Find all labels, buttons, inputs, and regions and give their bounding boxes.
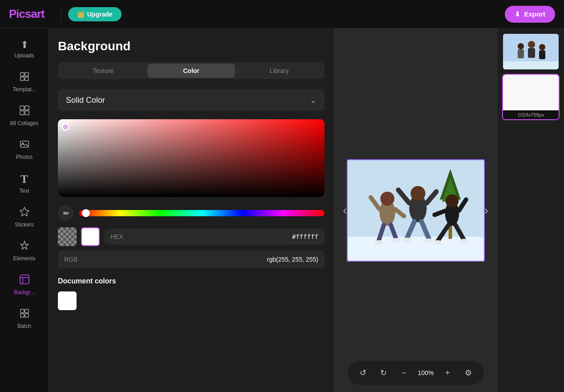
sidebar-item-elements[interactable]: Elements xyxy=(4,235,45,267)
logo: Picsart xyxy=(9,7,45,21)
download-icon: ⬇ xyxy=(515,10,520,18)
color-picker-cursor xyxy=(61,123,69,131)
templates-icon xyxy=(19,71,30,85)
svg-point-34 xyxy=(402,237,412,242)
svg-point-48 xyxy=(528,41,535,48)
redo-button[interactable]: ↻ xyxy=(375,364,392,381)
elements-icon xyxy=(19,240,30,254)
canvas-illustration xyxy=(348,160,484,261)
hex-value: #ffffff xyxy=(292,233,318,240)
tab-color[interactable]: Color xyxy=(147,64,235,78)
svg-rect-1 xyxy=(25,73,28,76)
thumbnail-card-1[interactable] xyxy=(502,33,560,70)
svg-point-43 xyxy=(460,238,468,243)
crown-icon: 👑 xyxy=(77,11,85,18)
settings-button[interactable]: ⚙ xyxy=(460,364,477,381)
svg-point-46 xyxy=(518,43,524,49)
uploads-icon: ⬆ xyxy=(20,39,28,51)
export-button[interactable]: ⬇ Export xyxy=(505,6,555,23)
panel-title: Background xyxy=(58,39,325,53)
header-divider xyxy=(61,6,61,22)
svg-point-29 xyxy=(410,186,425,200)
svg-rect-3 xyxy=(25,77,28,81)
svg-rect-7 xyxy=(25,111,29,115)
hex-label: HEX xyxy=(110,233,123,240)
svg-rect-4 xyxy=(20,106,24,110)
svg-rect-47 xyxy=(518,49,524,58)
upgrade-button[interactable]: 👑 Upgrade xyxy=(68,7,122,21)
sidebar-item-label: Photos xyxy=(16,154,32,160)
sidebar-item-collages[interactable]: 88 Collages xyxy=(4,100,45,132)
svg-point-42 xyxy=(434,240,442,244)
thumbnail-card-2[interactable]: 1024x768px xyxy=(502,74,560,120)
white-swatch[interactable] xyxy=(81,227,100,246)
sidebar-item-label: Elements xyxy=(13,255,35,262)
sidebar-item-label: Uploads xyxy=(14,53,34,59)
text-icon: T xyxy=(20,173,28,186)
batch-icon xyxy=(19,308,30,321)
sidebar-item-label: Templat... xyxy=(12,86,36,93)
sidebar-item-stickers[interactable]: Stickers xyxy=(4,201,45,233)
thumbnail-image-1 xyxy=(503,34,560,69)
sidebar-item-uploads[interactable]: ⬆ Uploads xyxy=(4,34,45,64)
canvas-nav-right[interactable]: › xyxy=(480,199,493,222)
eyedropper-icon: ✏ xyxy=(63,209,69,218)
stickers-icon xyxy=(19,206,30,220)
svg-rect-45 xyxy=(503,61,560,69)
right-panel: 1024x768px xyxy=(497,28,564,392)
upgrade-label: Upgrade xyxy=(87,11,113,18)
canvas-area: ‹ xyxy=(334,28,497,392)
svg-rect-49 xyxy=(528,48,535,58)
svg-point-50 xyxy=(539,44,545,50)
hue-slider-thumb xyxy=(82,209,90,217)
solid-color-dropdown[interactable]: Solid Color ⌄ xyxy=(58,89,325,111)
chevron-down-icon: ⌄ xyxy=(310,95,316,105)
canvas-nav-left[interactable]: ‹ xyxy=(338,199,351,222)
rgb-input-row[interactable]: RGB rgb(255, 255, 255) xyxy=(58,251,325,268)
rgb-value: rgb(255, 255, 255) xyxy=(267,256,318,263)
hue-slider-track[interactable] xyxy=(79,210,325,216)
sidebar-item-templates[interactable]: Templat... xyxy=(4,66,45,98)
svg-rect-12 xyxy=(25,309,28,313)
canvas-image-container xyxy=(347,159,485,262)
svg-point-26 xyxy=(374,240,383,244)
sidebar: ⬆ Uploads Templat... xyxy=(0,28,49,392)
zoom-level-display: 100% xyxy=(416,369,436,376)
eyedropper-button[interactable]: ✏ xyxy=(58,205,74,221)
sidebar-item-photos[interactable]: Photos xyxy=(4,133,45,166)
sidebar-item-text[interactable]: T Text xyxy=(4,167,45,199)
collages-icon xyxy=(19,105,30,118)
rgb-label: RGB xyxy=(64,256,77,263)
tab-texture[interactable]: Texture xyxy=(59,64,147,78)
svg-rect-0 xyxy=(20,73,24,76)
main-content: ⬆ Uploads Templat... xyxy=(0,28,564,392)
document-color-swatch[interactable] xyxy=(58,291,77,310)
color-picker-gradient[interactable] xyxy=(58,119,325,197)
backgrounds-icon xyxy=(19,274,30,287)
undo-button[interactable]: ↺ xyxy=(355,364,372,381)
tab-library[interactable]: Library xyxy=(235,64,323,78)
svg-point-35 xyxy=(424,238,434,242)
header-right: ⬇ Export xyxy=(505,6,555,23)
sidebar-item-label: Text xyxy=(19,188,29,194)
svg-rect-11 xyxy=(20,309,24,313)
dropdown-label: Solid Color xyxy=(66,96,105,105)
svg-rect-13 xyxy=(20,314,24,317)
svg-rect-10 xyxy=(20,275,29,284)
sidebar-item-label: Backgr... xyxy=(14,289,35,295)
svg-rect-8 xyxy=(20,141,28,147)
photos-icon xyxy=(19,139,30,152)
zoom-out-button[interactable]: − xyxy=(396,364,413,381)
background-panel: Background Texture Color Library Solid C… xyxy=(49,28,334,392)
sidebar-item-backgrounds[interactable]: Backgr... xyxy=(4,269,45,301)
sidebar-item-label: Stickers xyxy=(15,222,34,228)
thumbnail-label-2: 1024x768px xyxy=(503,110,559,119)
transparent-swatch xyxy=(58,227,77,246)
svg-rect-6 xyxy=(20,111,24,115)
svg-point-37 xyxy=(445,194,458,207)
sidebar-item-batch[interactable]: Batch xyxy=(4,303,45,335)
hex-input-row[interactable]: HEX #ffffff xyxy=(104,229,325,245)
svg-rect-14 xyxy=(25,314,28,317)
sidebar-item-label: 88 Collages xyxy=(10,120,38,126)
zoom-in-button[interactable]: + xyxy=(439,364,456,381)
